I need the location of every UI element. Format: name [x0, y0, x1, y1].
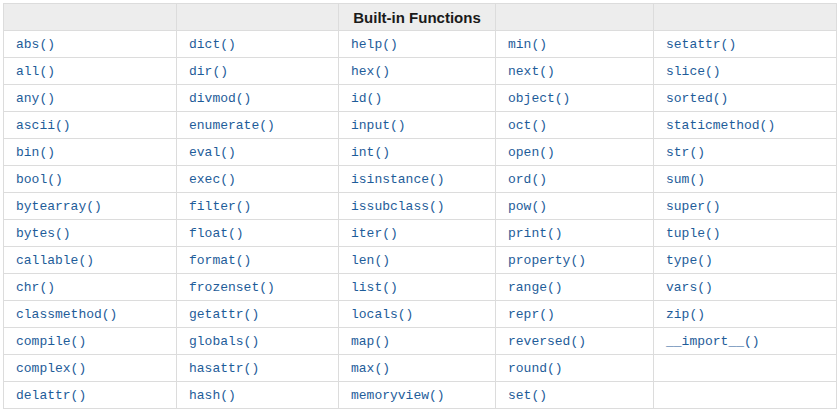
function-link[interactable]: locals() [351, 307, 413, 322]
function-link[interactable]: bool() [16, 172, 63, 187]
function-link[interactable]: enumerate() [189, 118, 275, 133]
table-row: abs()dict()help()min()setattr() [4, 31, 837, 58]
function-link[interactable]: getattr() [189, 307, 259, 322]
function-link[interactable]: property() [508, 253, 586, 268]
table-cell: help() [339, 31, 496, 58]
function-link[interactable]: globals() [189, 334, 259, 349]
table-cell: bin() [4, 139, 177, 166]
table-cell: divmod() [177, 85, 339, 112]
function-link[interactable]: min() [508, 37, 547, 52]
function-link[interactable]: open() [508, 145, 555, 160]
function-link[interactable]: vars() [666, 280, 713, 295]
function-link[interactable]: range() [508, 280, 563, 295]
function-link[interactable]: help() [351, 37, 398, 52]
table-cell: zip() [654, 301, 837, 328]
function-link[interactable]: type() [666, 253, 713, 268]
function-link[interactable]: sum() [666, 172, 705, 187]
table-cell: any() [4, 85, 177, 112]
empty-cell [654, 382, 837, 409]
function-link[interactable]: divmod() [189, 91, 251, 106]
function-link[interactable]: classmethod() [16, 307, 117, 322]
function-link[interactable]: id() [351, 91, 382, 106]
function-link[interactable]: reversed() [508, 334, 586, 349]
function-link[interactable]: round() [508, 361, 563, 376]
function-link[interactable]: delattr() [16, 388, 86, 403]
function-link[interactable]: bytes() [16, 226, 71, 241]
table-cell: complex() [4, 355, 177, 382]
function-link[interactable]: any() [16, 91, 55, 106]
function-link[interactable]: max() [351, 361, 390, 376]
function-link[interactable]: int() [351, 145, 390, 160]
function-link[interactable]: next() [508, 64, 555, 79]
table-cell: max() [339, 355, 496, 382]
table-header-row: Built-in Functions [4, 4, 837, 31]
table-cell: super() [654, 193, 837, 220]
table-cell: all() [4, 58, 177, 85]
table-cell: frozenset() [177, 274, 339, 301]
function-link[interactable]: len() [351, 253, 390, 268]
table-cell: int() [339, 139, 496, 166]
function-link[interactable]: staticmethod() [666, 118, 775, 133]
table-row: bin()eval()int()open()str() [4, 139, 837, 166]
table-cell: ord() [496, 166, 654, 193]
table-cell: property() [496, 247, 654, 274]
function-link[interactable]: slice() [666, 64, 721, 79]
function-link[interactable]: hex() [351, 64, 390, 79]
function-link[interactable]: bin() [16, 145, 55, 160]
table-cell: delattr() [4, 382, 177, 409]
function-link[interactable]: object() [508, 91, 570, 106]
function-link[interactable]: abs() [16, 37, 55, 52]
function-link[interactable]: chr() [16, 280, 55, 295]
table-cell: staticmethod() [654, 112, 837, 139]
function-link[interactable]: callable() [16, 253, 94, 268]
function-link[interactable]: issubclass() [351, 199, 445, 214]
table-cell: __import__() [654, 328, 837, 355]
function-link[interactable]: setattr() [666, 37, 736, 52]
function-link[interactable]: tuple() [666, 226, 721, 241]
table-cell: sorted() [654, 85, 837, 112]
function-link[interactable]: set() [508, 388, 547, 403]
function-link[interactable]: map() [351, 334, 390, 349]
function-link[interactable]: bytearray() [16, 199, 102, 214]
function-link[interactable]: float() [189, 226, 244, 241]
function-link[interactable]: complex() [16, 361, 86, 376]
function-link[interactable]: ascii() [16, 118, 71, 133]
function-link[interactable]: format() [189, 253, 251, 268]
function-link[interactable]: zip() [666, 307, 705, 322]
function-link[interactable]: __import__() [666, 334, 760, 349]
function-link[interactable]: all() [16, 64, 55, 79]
table-cell: hasattr() [177, 355, 339, 382]
table-row: bytearray()filter()issubclass()pow()supe… [4, 193, 837, 220]
function-link[interactable]: dir() [189, 64, 228, 79]
function-link[interactable]: input() [351, 118, 406, 133]
function-link[interactable]: print() [508, 226, 563, 241]
table-cell: format() [177, 247, 339, 274]
function-link[interactable]: isinstance() [351, 172, 445, 187]
table-cell: dict() [177, 31, 339, 58]
function-link[interactable]: filter() [189, 199, 251, 214]
function-link[interactable]: dict() [189, 37, 236, 52]
table-cell: globals() [177, 328, 339, 355]
function-link[interactable]: iter() [351, 226, 398, 241]
function-link[interactable]: frozenset() [189, 280, 275, 295]
function-link[interactable]: hasattr() [189, 361, 259, 376]
table-cell: input() [339, 112, 496, 139]
function-link[interactable]: super() [666, 199, 721, 214]
function-link[interactable]: exec() [189, 172, 236, 187]
function-link[interactable]: compile() [16, 334, 86, 349]
table-cell: ascii() [4, 112, 177, 139]
function-link[interactable]: memoryview() [351, 388, 445, 403]
function-link[interactable]: list() [351, 280, 398, 295]
table-cell: hash() [177, 382, 339, 409]
function-link[interactable]: oct() [508, 118, 547, 133]
table-cell: bytearray() [4, 193, 177, 220]
table-cell: hex() [339, 58, 496, 85]
function-link[interactable]: sorted() [666, 91, 728, 106]
table-cell: range() [496, 274, 654, 301]
function-link[interactable]: str() [666, 145, 705, 160]
function-link[interactable]: eval() [189, 145, 236, 160]
function-link[interactable]: hash() [189, 388, 236, 403]
function-link[interactable]: ord() [508, 172, 547, 187]
function-link[interactable]: pow() [508, 199, 547, 214]
function-link[interactable]: repr() [508, 307, 555, 322]
